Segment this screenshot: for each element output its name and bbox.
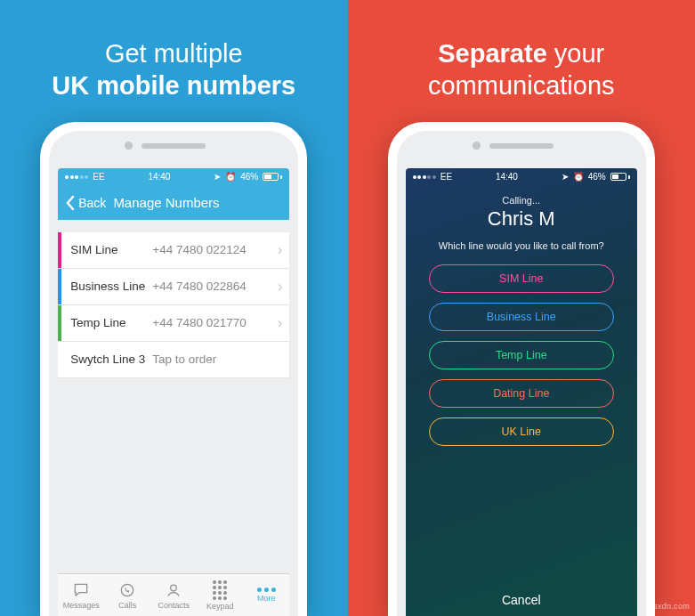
calling-label: Calling...	[422, 195, 621, 206]
clock-label: 14:40	[148, 172, 170, 182]
line-question: Which line would you like to call from?	[422, 239, 621, 253]
headline-r3: communications	[428, 71, 615, 100]
chevron-right-icon: ›	[278, 242, 282, 258]
keypad-icon	[213, 580, 227, 600]
promo-container: Get multiple UK mobile numbers EE 14:40 …	[0, 0, 695, 616]
headline-r2: your	[554, 39, 604, 68]
phone-mockup-left: EE 14:40 ➤ ⏰ 46% Back	[40, 122, 307, 617]
nav-title: Manage Numbers	[106, 195, 282, 210]
chevron-right-icon: ›	[278, 315, 282, 331]
numbers-list: SIM Line+44 7480 022124› Business Line+4…	[58, 232, 289, 378]
contacts-icon	[165, 581, 182, 599]
line-option-sim[interactable]: SIM Line	[429, 264, 614, 293]
svg-point-1	[171, 585, 177, 591]
tab-calls[interactable]: Calls	[104, 574, 150, 616]
line-picker: SIM Line Business Line Temp Line Dating …	[406, 252, 637, 446]
status-bar: EE 14:40 ➤ ⏰ 46%	[58, 168, 289, 186]
battery-icon	[263, 173, 282, 181]
carrier-label: EE	[440, 172, 452, 182]
calls-icon	[118, 581, 136, 599]
line-option-business[interactable]: Business Line	[429, 303, 614, 331]
chevron-left-icon	[65, 195, 75, 211]
status-bar: EE 14:40 ➤ ⏰ 46%	[406, 168, 637, 186]
headline-line2: UK mobile numbers	[52, 71, 295, 100]
line-option-dating[interactable]: Dating Line	[429, 379, 614, 408]
line-option-temp[interactable]: Temp Line	[429, 341, 614, 369]
tab-messages[interactable]: Messages	[58, 574, 104, 616]
left-headline: Get multiple UK mobile numbers	[25, 0, 322, 122]
cancel-button[interactable]: Cancel	[406, 593, 637, 607]
right-headline: Separate your communications	[401, 0, 642, 122]
screen-calling: EE 14:40 ➤ ⏰ 46% Calling... Chris M	[406, 168, 637, 617]
clock-label: 14:40	[496, 172, 518, 182]
more-icon	[257, 588, 276, 592]
battery-pct: 46%	[588, 172, 606, 182]
list-row[interactable]: SIM Line+44 7480 022124›	[58, 232, 289, 269]
right-panel: Separate your communications EE 14:40 ➤	[348, 0, 696, 616]
list-row[interactable]: Temp Line+44 7480 021770›	[58, 305, 289, 342]
location-icon: ➤	[562, 172, 569, 182]
phone-mockup-right: EE 14:40 ➤ ⏰ 46% Calling... Chris M	[388, 122, 655, 617]
nav-bar: Back Manage Numbers	[58, 186, 289, 220]
contact-name: Chris M	[422, 207, 621, 231]
headline-line1: Get multiple	[105, 39, 243, 68]
headline-r1: Separate	[438, 39, 547, 68]
location-icon: ➤	[214, 172, 221, 182]
back-label: Back	[78, 196, 106, 210]
left-panel: Get multiple UK mobile numbers EE 14:40 …	[0, 0, 348, 616]
battery-pct: 46%	[240, 172, 258, 182]
alarm-icon: ⏰	[225, 172, 236, 182]
tab-contacts[interactable]: Contacts	[150, 574, 197, 616]
chevron-right-icon: ›	[278, 279, 282, 295]
list-row[interactable]: Business Line+44 7480 022864›	[58, 269, 289, 305]
alarm-icon: ⏰	[573, 172, 584, 182]
screen-manage-numbers: EE 14:40 ➤ ⏰ 46% Back	[58, 168, 289, 617]
messages-icon	[72, 581, 90, 599]
list-row[interactable]: Swytch Line 3Tap to order	[58, 342, 289, 378]
watermark: wsxdn.com	[647, 602, 690, 611]
signal-dots-icon	[65, 175, 88, 179]
tab-bar: Messages Calls Contacts Keypad	[58, 573, 289, 616]
signal-dots-icon	[413, 175, 436, 179]
back-button[interactable]: Back	[65, 195, 106, 211]
svg-point-0	[122, 584, 133, 596]
tab-keypad[interactable]: Keypad	[197, 574, 243, 616]
tab-more[interactable]: More	[243, 574, 289, 616]
battery-icon	[610, 173, 630, 181]
carrier-label: EE	[93, 172, 104, 182]
line-option-uk[interactable]: UK Line	[429, 417, 614, 446]
